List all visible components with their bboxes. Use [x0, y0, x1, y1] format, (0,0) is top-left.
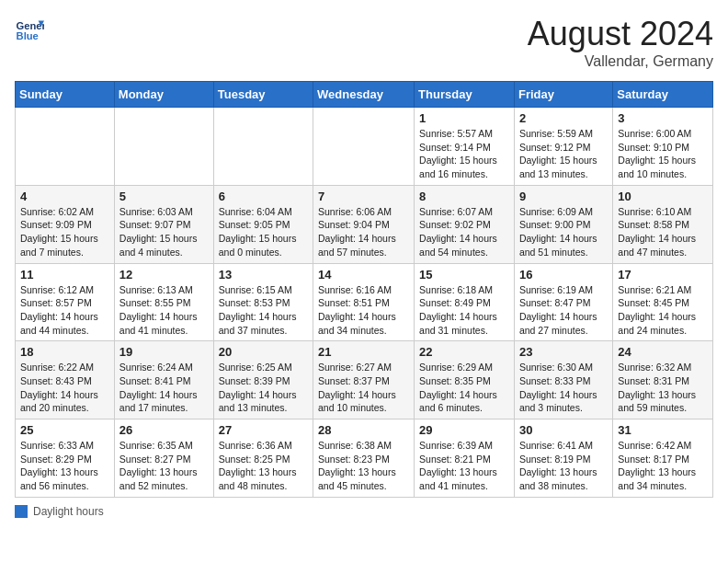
calendar-cell: 25Sunrise: 6:33 AM Sunset: 8:29 PM Dayli…: [16, 419, 115, 498]
calendar-cell: 11Sunrise: 6:12 AM Sunset: 8:57 PM Dayli…: [16, 263, 115, 341]
day-info: Sunrise: 6:04 AM Sunset: 9:05 PM Dayligh…: [219, 205, 308, 259]
calendar-cell: 22Sunrise: 6:29 AM Sunset: 8:35 PM Dayli…: [415, 341, 515, 419]
day-info: Sunrise: 6:09 AM Sunset: 9:00 PM Dayligh…: [519, 205, 608, 259]
calendar-cell: 23Sunrise: 6:30 AM Sunset: 8:33 PM Dayli…: [514, 341, 612, 419]
day-number: 12: [119, 268, 209, 282]
day-number: 25: [20, 423, 109, 437]
calendar-cell: 13Sunrise: 6:15 AM Sunset: 8:53 PM Dayli…: [213, 263, 313, 341]
day-info: Sunrise: 6:12 AM Sunset: 8:57 PM Dayligh…: [20, 283, 109, 338]
calendar-cell: 6Sunrise: 6:04 AM Sunset: 9:05 PM Daylig…: [213, 185, 313, 263]
calendar-cell: 8Sunrise: 6:07 AM Sunset: 9:02 PM Daylig…: [415, 185, 515, 263]
day-info: Sunrise: 6:25 AM Sunset: 8:39 PM Dayligh…: [219, 361, 308, 415]
day-number: 24: [618, 345, 708, 359]
day-info: Sunrise: 6:22 AM Sunset: 8:43 PM Dayligh…: [20, 361, 109, 415]
calendar-cell: 7Sunrise: 6:06 AM Sunset: 9:04 PM Daylig…: [313, 185, 415, 263]
calendar-cell: 10Sunrise: 6:10 AM Sunset: 8:58 PM Dayli…: [613, 185, 713, 263]
day-info: Sunrise: 6:02 AM Sunset: 9:09 PM Dayligh…: [20, 205, 109, 259]
day-number: 14: [318, 268, 409, 282]
day-info: Sunrise: 5:57 AM Sunset: 9:14 PM Dayligh…: [419, 127, 509, 181]
day-number: 22: [419, 345, 509, 359]
calendar-week-row: 1Sunrise: 5:57 AM Sunset: 9:14 PM Daylig…: [16, 108, 713, 186]
day-number: 13: [219, 268, 308, 282]
calendar-cell: 5Sunrise: 6:03 AM Sunset: 9:07 PM Daylig…: [114, 185, 213, 263]
day-info: Sunrise: 6:33 AM Sunset: 8:29 PM Dayligh…: [20, 439, 109, 493]
calendar-cell: [213, 108, 313, 186]
calendar-cell: 31Sunrise: 6:42 AM Sunset: 8:17 PM Dayli…: [613, 419, 713, 498]
day-info: Sunrise: 6:00 AM Sunset: 9:10 PM Dayligh…: [618, 127, 708, 181]
day-number: 17: [618, 268, 708, 282]
day-number: 9: [519, 190, 608, 203]
day-number: 29: [419, 423, 509, 437]
calendar-day-header: Wednesday: [313, 82, 415, 108]
month-year: August 2024: [528, 15, 713, 53]
calendar-cell: 3Sunrise: 6:00 AM Sunset: 9:10 PM Daylig…: [613, 108, 713, 186]
day-info: Sunrise: 6:15 AM Sunset: 8:53 PM Dayligh…: [219, 283, 308, 338]
day-number: 23: [519, 345, 608, 359]
day-number: 6: [219, 190, 308, 203]
day-info: Sunrise: 6:06 AM Sunset: 9:04 PM Dayligh…: [318, 205, 409, 259]
day-info: Sunrise: 6:35 AM Sunset: 8:27 PM Dayligh…: [119, 439, 209, 493]
calendar-cell: 14Sunrise: 6:16 AM Sunset: 8:51 PM Dayli…: [313, 263, 415, 341]
day-info: Sunrise: 5:59 AM Sunset: 9:12 PM Dayligh…: [519, 127, 608, 181]
day-number: 20: [219, 345, 308, 359]
svg-text:Blue: Blue: [17, 30, 39, 41]
calendar-week-row: 4Sunrise: 6:02 AM Sunset: 9:09 PM Daylig…: [16, 185, 713, 263]
calendar-week-row: 25Sunrise: 6:33 AM Sunset: 8:29 PM Dayli…: [16, 419, 713, 498]
calendar-day-header: Sunday: [16, 82, 115, 108]
day-info: Sunrise: 6:07 AM Sunset: 9:02 PM Dayligh…: [419, 205, 509, 259]
calendar-week-row: 11Sunrise: 6:12 AM Sunset: 8:57 PM Dayli…: [16, 263, 713, 341]
day-number: 7: [318, 190, 409, 203]
day-number: 1: [419, 111, 509, 125]
day-number: 26: [119, 423, 209, 437]
day-info: Sunrise: 6:19 AM Sunset: 8:47 PM Dayligh…: [519, 283, 608, 338]
calendar-day-header: Friday: [514, 82, 612, 108]
footer: Daylight hours: [15, 505, 713, 518]
day-info: Sunrise: 6:36 AM Sunset: 8:25 PM Dayligh…: [219, 439, 308, 493]
calendar-cell: 27Sunrise: 6:36 AM Sunset: 8:25 PM Dayli…: [213, 419, 313, 498]
day-info: Sunrise: 6:13 AM Sunset: 8:55 PM Dayligh…: [119, 283, 209, 338]
calendar-cell: 26Sunrise: 6:35 AM Sunset: 8:27 PM Dayli…: [114, 419, 213, 498]
logo: General Blue: [15, 15, 44, 44]
calendar-cell: 1Sunrise: 5:57 AM Sunset: 9:14 PM Daylig…: [415, 108, 515, 186]
day-info: Sunrise: 6:30 AM Sunset: 8:33 PM Dayligh…: [519, 361, 608, 415]
day-info: Sunrise: 6:16 AM Sunset: 8:51 PM Dayligh…: [318, 283, 409, 338]
day-number: 31: [618, 423, 708, 437]
day-number: 19: [119, 345, 209, 359]
calendar-cell: 28Sunrise: 6:38 AM Sunset: 8:23 PM Dayli…: [313, 419, 415, 498]
calendar-cell: 21Sunrise: 6:27 AM Sunset: 8:37 PM Dayli…: [313, 341, 415, 419]
day-number: 15: [419, 268, 509, 282]
day-info: Sunrise: 6:03 AM Sunset: 9:07 PM Dayligh…: [119, 205, 209, 259]
calendar-day-header: Tuesday: [213, 82, 313, 108]
day-info: Sunrise: 6:18 AM Sunset: 8:49 PM Dayligh…: [419, 283, 509, 338]
day-number: 2: [519, 111, 608, 125]
calendar-day-header: Monday: [114, 82, 213, 108]
calendar-cell: 24Sunrise: 6:32 AM Sunset: 8:31 PM Dayli…: [613, 341, 713, 419]
calendar-week-row: 18Sunrise: 6:22 AM Sunset: 8:43 PM Dayli…: [16, 341, 713, 419]
day-number: 18: [20, 345, 109, 359]
day-info: Sunrise: 6:24 AM Sunset: 8:41 PM Dayligh…: [119, 361, 209, 415]
calendar-cell: [16, 108, 115, 186]
page-header: General Blue August 2024 Vallendar, Germ…: [15, 15, 713, 70]
day-number: 8: [419, 190, 509, 203]
day-number: 27: [219, 423, 308, 437]
calendar-cell: [313, 108, 415, 186]
title-block: August 2024 Vallendar, Germany: [528, 15, 713, 70]
logo-icon: General Blue: [15, 15, 44, 44]
day-info: Sunrise: 6:29 AM Sunset: 8:35 PM Dayligh…: [419, 361, 509, 415]
day-info: Sunrise: 6:27 AM Sunset: 8:37 PM Dayligh…: [318, 361, 409, 415]
day-number: 11: [20, 268, 109, 282]
calendar-cell: [114, 108, 213, 186]
day-info: Sunrise: 6:32 AM Sunset: 8:31 PM Dayligh…: [618, 361, 708, 415]
day-info: Sunrise: 6:39 AM Sunset: 8:21 PM Dayligh…: [419, 439, 509, 493]
day-number: 5: [119, 190, 209, 203]
calendar-cell: 4Sunrise: 6:02 AM Sunset: 9:09 PM Daylig…: [16, 185, 115, 263]
day-number: 3: [618, 111, 708, 125]
calendar-cell: 18Sunrise: 6:22 AM Sunset: 8:43 PM Dayli…: [16, 341, 115, 419]
day-info: Sunrise: 6:41 AM Sunset: 8:19 PM Dayligh…: [519, 439, 608, 493]
calendar-cell: 19Sunrise: 6:24 AM Sunset: 8:41 PM Dayli…: [114, 341, 213, 419]
day-info: Sunrise: 6:38 AM Sunset: 8:23 PM Dayligh…: [318, 439, 409, 493]
day-info: Sunrise: 6:42 AM Sunset: 8:17 PM Dayligh…: [618, 439, 708, 493]
calendar-day-header: Saturday: [613, 82, 713, 108]
calendar-cell: 2Sunrise: 5:59 AM Sunset: 9:12 PM Daylig…: [514, 108, 612, 186]
location: Vallendar, Germany: [528, 53, 713, 70]
